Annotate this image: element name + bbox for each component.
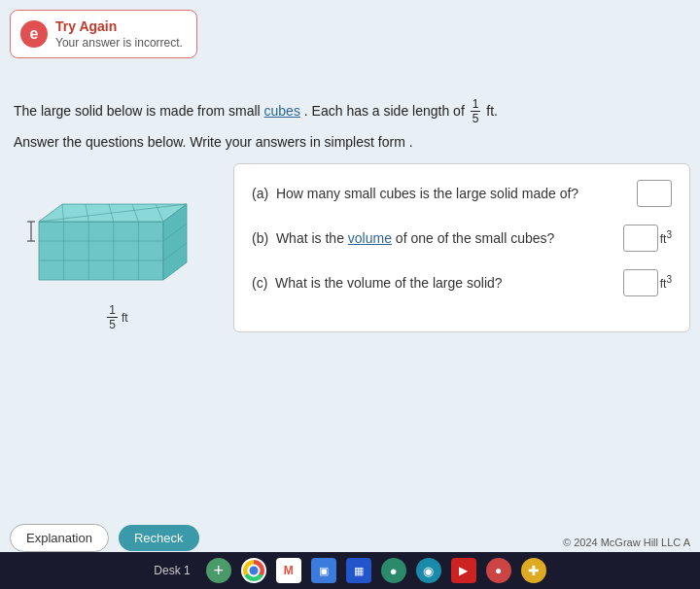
taskbar-gmail-icon[interactable]: M [276,558,301,583]
cube-diagram [19,183,214,299]
chrome-logo [243,560,264,581]
question-row-b: (b) What is the volume of one of the sma… [252,225,672,252]
answer-prompt-text: Answer the questions below. Write your a… [14,134,321,150]
superscript-b: 3 [666,229,672,240]
questions-panel: (a) How many small cubes is the large so… [233,163,690,332]
fraction-numerator: 1 [471,97,481,112]
question-a-prefix: (a) How many small cubes is the large so… [252,186,578,201]
cube-fraction: 1 5 [107,303,118,332]
cube-fraction-den: 5 [107,318,118,331]
answer-c-input[interactable] [623,269,658,296]
answer-b-wrap: ft3 [623,225,672,252]
cube-unit: ft [122,311,128,325]
unit-c-label: ft3 [660,274,672,291]
taskbar-record-icon[interactable]: ● [486,558,511,583]
content-layout: 1 5 ft (a) How many small cubes is the l… [10,163,690,332]
problem-text-2: . Each has a side length of [304,103,465,119]
taskbar-cam-icon[interactable]: ◉ [416,558,441,583]
answer-prompt-end: . [409,134,413,150]
problem-statement: The large solid below is made from small… [10,97,690,126]
answer-c-wrap: ft3 [623,269,672,296]
answer-b-input[interactable] [623,225,658,252]
main-content: The large solid below is made from small… [10,97,690,531]
taskbar-chrome-icon[interactable] [241,558,266,583]
cube-image-container: 1 5 ft [10,163,224,332]
question-b-label: (b) What is the volume of one of the sma… [252,230,613,246]
taskbar-slides-icon[interactable]: ▦ [346,558,371,583]
answer-prompt: Answer the questions below. Write your a… [10,134,690,150]
taskbar-plus-icon[interactable]: ✚ [521,558,546,583]
try-again-banner: e Try Again Your answer is incorrect. [10,10,197,58]
taskbar-desk-label: Desk 1 [154,564,190,577]
cubes-link[interactable]: cubes [264,103,300,119]
question-row-a: (a) How many small cubes is the large so… [252,180,672,207]
cube-dimension-label: 1 5 ft [105,303,127,332]
taskbar-meet-icon[interactable]: ● [381,558,406,583]
try-again-icon: e [20,20,48,48]
recheck-button[interactable]: Recheck [119,525,199,551]
unit-b-label: ft3 [660,229,672,246]
cube-fraction-num: 1 [107,303,118,318]
bottom-bar: Explanation Recheck [10,524,199,552]
superscript-c: 3 [666,274,672,285]
side-length-fraction: 1 5 [471,97,481,126]
taskbar-play-icon[interactable]: ▶ [451,558,476,583]
volume-link-b[interactable]: volume [348,230,392,246]
taskbar: Desk 1 + M ▣ ▦ ● ◉ ▶ ● ✚ [0,552,700,589]
taskbar-add-icon[interactable]: + [206,558,231,583]
fraction-denominator: 5 [471,112,481,125]
try-again-text-block: Try Again Your answer is incorrect. [55,18,183,50]
question-c-label: (c) What is the volume of the large soli… [252,275,613,291]
copyright: © 2024 McGraw Hill LLC A [563,537,690,548]
answer-a-input[interactable] [637,180,672,207]
problem-text-1: The large solid below is made from small [14,103,261,119]
try-again-title: Try Again [55,18,183,34]
svg-marker-2 [39,222,163,280]
question-row-c: (c) What is the volume of the large soli… [252,269,672,296]
simplest-form-link[interactable]: simplest form [325,134,405,150]
question-a-label: (a) How many small cubes is the large so… [252,186,627,201]
answer-a-wrap [637,180,672,207]
explanation-button[interactable]: Explanation [10,524,109,552]
try-again-subtitle: Your answer is incorrect. [55,36,183,50]
taskbar-docs-icon[interactable]: ▣ [311,558,336,583]
unit-label: ft. [486,103,498,119]
